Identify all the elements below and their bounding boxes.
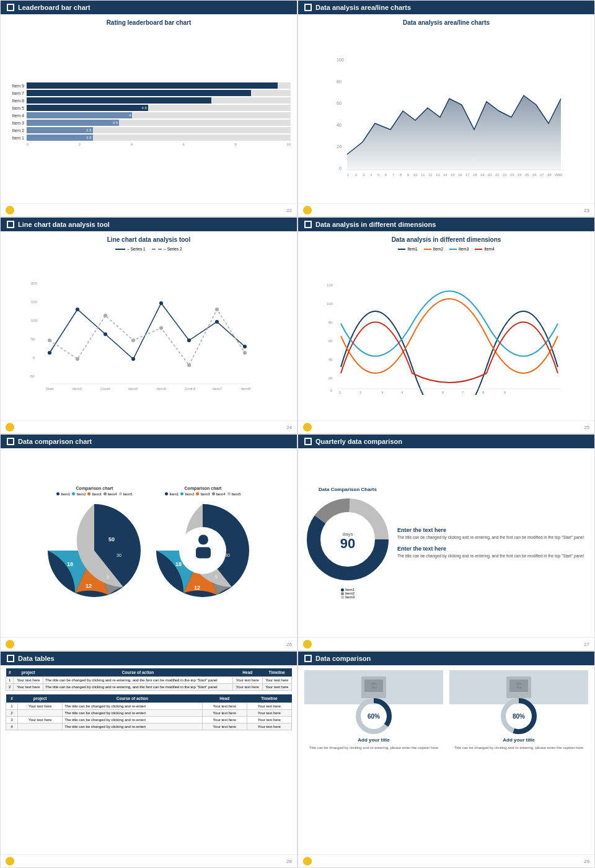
cell-num: 2 bbox=[6, 710, 18, 717]
quarterly-donut-svg: days 90 bbox=[304, 496, 391, 583]
dim-label-3: Item3 bbox=[459, 247, 469, 251]
slide-body-data-comp: ⛱ 60% Add your title Title can be change… bbox=[298, 665, 594, 854]
checkbox-icon-3 bbox=[7, 221, 14, 228]
dim-legend-4: Item4 bbox=[475, 247, 494, 251]
quarterly-content: Data Comparison Charts days 90 bbox=[304, 453, 588, 632]
svg-point-49 bbox=[187, 339, 191, 342]
checkbox-icon-7 bbox=[7, 655, 14, 662]
slide-title-area-line: Data analysis area/line charts bbox=[304, 19, 588, 26]
svg-text:2: 2 bbox=[359, 391, 362, 394]
bar-fill-8 bbox=[27, 97, 211, 104]
cell-head: Your text here bbox=[202, 724, 247, 730]
line-chart-svg: 200 150 100 50 0 -50 bbox=[28, 272, 270, 396]
bar-value-4: 4 bbox=[129, 113, 132, 117]
legend-label-1-2: Item2 bbox=[76, 492, 86, 496]
comp-circle-1: 60% bbox=[355, 698, 392, 735]
svg-text:80: 80 bbox=[337, 79, 342, 84]
bar-fill-9 bbox=[27, 82, 278, 89]
axis-2: 2 bbox=[79, 143, 81, 146]
legend-item-1-1: Item1 bbox=[56, 492, 70, 496]
legend-item-1-4: Item4 bbox=[104, 492, 117, 496]
header-label-tables: Data tables bbox=[18, 655, 55, 662]
checkbox-icon bbox=[7, 4, 14, 11]
svg-text:17: 17 bbox=[465, 173, 470, 177]
comp-chart-1-legend: Item1 Item2 Item3 Item4 bbox=[56, 492, 132, 496]
dim-line-4 bbox=[475, 249, 482, 250]
cell-num: 1 bbox=[6, 677, 14, 684]
checkbox-icon-5 bbox=[7, 438, 14, 445]
legend-label-2-3: Item3 bbox=[200, 492, 209, 496]
svg-text:20: 20 bbox=[337, 144, 342, 149]
svg-text:9: 9 bbox=[407, 173, 410, 177]
slide-header-leaderboard: Leaderboard bar chart bbox=[1, 1, 297, 14]
svg-point-46 bbox=[104, 332, 107, 336]
comp-card-2: ⛱ 80% Add your title Title can be change… bbox=[449, 670, 588, 849]
svg-text:6: 6 bbox=[385, 173, 387, 177]
cell-timeline: Your text here bbox=[247, 724, 291, 730]
axis-6: 6 bbox=[183, 143, 185, 146]
svg-text:30: 30 bbox=[117, 553, 121, 557]
comp-chart-2-legend: Item1 Item2 Item3 Item4 bbox=[165, 492, 240, 496]
dim-legend-3: Item3 bbox=[449, 247, 469, 251]
comp-card-1: ⛱ 60% Add your title Title can be change… bbox=[304, 670, 443, 849]
bar-axis: 0 2 4 6 8 10 bbox=[7, 143, 291, 146]
dim-label-2: Item2 bbox=[433, 247, 443, 251]
svg-point-48 bbox=[159, 301, 163, 305]
legend-item-2-2: Item2 bbox=[180, 492, 194, 496]
bar-label-2: Item 2 bbox=[7, 128, 24, 133]
comp-card-1-title: Add your title bbox=[358, 737, 390, 743]
slide-header-line: Line chart data analysis tool bbox=[1, 218, 297, 231]
slide-header-area-line: Data analysis area/line charts bbox=[298, 1, 594, 14]
svg-text:150: 150 bbox=[31, 300, 38, 304]
legend-dot-2-2 bbox=[180, 492, 183, 495]
cell-project: Your text here bbox=[14, 677, 43, 684]
slide-body-dimensions: Data analysis in different dimensions It… bbox=[298, 231, 594, 420]
slide-leaderboard: Leaderboard bar chart Rating leaderboard… bbox=[0, 0, 298, 217]
table-row: 2 Your text here The title can be change… bbox=[6, 684, 292, 691]
slide-body-tables: # project Course of action Head Timeline… bbox=[1, 665, 297, 854]
bar-label-9: Item 9 bbox=[7, 84, 24, 88]
cell-num: 2 bbox=[6, 684, 14, 691]
cell-course: The title can be changed by clicking and… bbox=[63, 710, 202, 717]
slide-quarterly: Quarterly data comparison Data Compariso… bbox=[298, 434, 595, 651]
svg-text:2: 2 bbox=[355, 173, 358, 177]
table-row: 1 Your text here The title can be change… bbox=[6, 677, 292, 684]
svg-text:Item8: Item8 bbox=[241, 387, 251, 391]
slide-header-comp-chart: Data comparison chart bbox=[1, 435, 297, 448]
dim-label-1: Item1 bbox=[407, 247, 417, 251]
bar-row-8: Item 8 bbox=[7, 97, 291, 104]
svg-text:20: 20 bbox=[488, 173, 492, 177]
cell-head: Your text here bbox=[202, 717, 247, 724]
table-row: 4 The title can be changed by clicking a… bbox=[6, 724, 292, 730]
cell-course: The title can be changed by clicking and… bbox=[43, 684, 232, 691]
legend-dot-2-5 bbox=[227, 492, 231, 495]
svg-point-44 bbox=[48, 351, 51, 355]
legend-dot-2-4 bbox=[212, 492, 215, 495]
col-course-1: Course of action bbox=[43, 668, 232, 677]
svg-text:50: 50 bbox=[108, 536, 115, 542]
svg-text:0: 0 bbox=[330, 389, 333, 392]
series-legend-line: – Series 1 -- Series 2 bbox=[7, 247, 291, 251]
svg-text:32: 32 bbox=[558, 173, 563, 177]
quarterly-donut-wrap: days 90 bbox=[304, 496, 391, 585]
legend-label-2-2: Item2 bbox=[185, 492, 194, 496]
col-num-2: # bbox=[6, 694, 18, 703]
bar-label-4: Item 4 bbox=[7, 113, 24, 118]
bar-value-1: 2.5 bbox=[86, 136, 92, 140]
comp-card-2-desc: Title can be changed by clicking and re-… bbox=[454, 745, 583, 750]
col-project-2: project bbox=[18, 694, 63, 703]
series-2-line bbox=[152, 249, 162, 250]
cell-course: The title can be changed by clicking and… bbox=[63, 724, 202, 730]
svg-text:5: 5 bbox=[421, 391, 424, 394]
bar-row-2: Item 2 2.5 bbox=[7, 127, 291, 133]
svg-text:1: 1 bbox=[347, 173, 350, 177]
comp-chart-2: Comparison chart Item1 Item2 Item3 bbox=[152, 486, 254, 600]
svg-text:24: 24 bbox=[518, 173, 522, 177]
table-row: 2 The title can be changed by clicking a… bbox=[6, 710, 292, 717]
svg-text:80: 80 bbox=[328, 321, 333, 324]
slide-header-data-comp: Data comparison bbox=[298, 652, 594, 665]
cell-timeline: Your text here bbox=[262, 684, 292, 691]
donut-chart-title: Data Comparison Charts bbox=[319, 487, 377, 492]
comp-circle-2: 80% bbox=[500, 698, 537, 735]
svg-point-97 bbox=[198, 535, 208, 545]
